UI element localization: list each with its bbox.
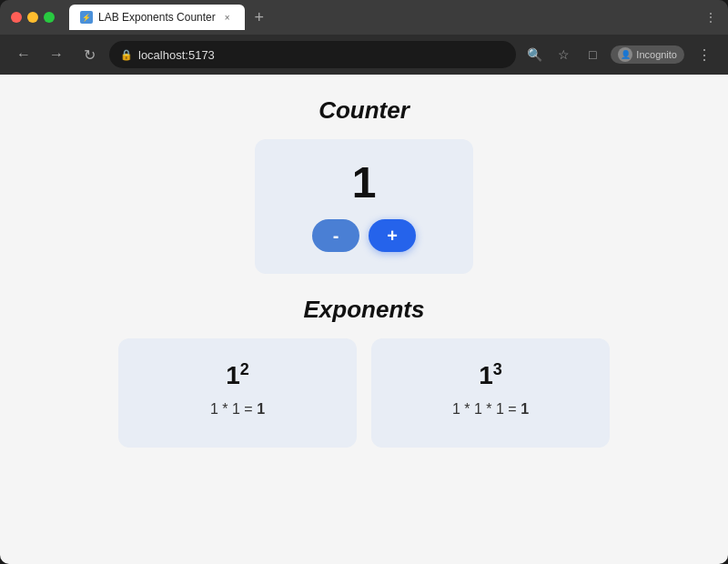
tab-title: LAB Exponents Counter [98,11,216,24]
increment-button[interactable]: + [369,219,416,252]
maximize-traffic-light[interactable] [44,12,55,23]
new-tab-button[interactable]: + [248,6,270,28]
forward-button[interactable]: → [44,42,69,67]
counter-card: 1 - + [255,139,473,274]
address-field[interactable]: 🔒 localhost:5173 [109,41,516,68]
counter-buttons: - + [312,219,416,252]
exponent-base-3: 1 [479,361,493,389]
search-icon[interactable]: 🔍 [523,44,545,65]
address-text: localhost:5173 [138,48,215,62]
lock-icon: 🔒 [120,49,133,61]
bookmark-icon[interactable]: ☆ [552,44,574,65]
reload-button[interactable]: ↻ [76,42,102,67]
exponent-expression-3: 13 [479,360,502,390]
traffic-lights [11,12,55,23]
close-traffic-light[interactable] [11,12,22,23]
tab-bar: ⚡ LAB Exponents Counter × + [69,5,697,30]
address-actions: 🔍 ☆ □ 👤 Incognito ⋮ [523,42,717,67]
active-tab[interactable]: ⚡ LAB Exponents Counter × [69,5,245,30]
incognito-icon: 👤 [618,47,632,62]
counter-title: Counter [318,96,410,125]
exponents-section: Exponents 12 1 * 1 = 1 13 1 * 1 * 1 = 1 [18,296,710,564]
counter-section: Counter 1 - + [18,96,710,274]
minimize-traffic-light[interactable] [27,12,38,23]
address-bar: ← → ↻ 🔒 localhost:5173 🔍 ☆ □ 👤 Incognito… [0,35,728,75]
exponent-power-3: 3 [493,360,502,378]
counter-value: 1 [352,161,377,205]
browser-window: ⚡ LAB Exponents Counter × + ⋮ ← → ↻ 🔒 lo… [0,0,728,564]
incognito-badge: 👤 Incognito [611,45,684,64]
exponent-base-2: 1 [226,361,240,389]
tab-favicon-icon: ⚡ [80,11,93,24]
exponent-power-2: 2 [240,360,249,378]
decrement-button[interactable]: - [312,219,359,252]
incognito-label: Incognito [636,49,677,60]
back-button[interactable]: ← [11,42,36,67]
exponents-title: Exponents [304,296,425,324]
tab-close-button[interactable]: × [221,11,234,24]
exponents-grid: 12 1 * 1 = 1 13 1 * 1 * 1 = 1 [118,338,610,564]
page-content: Counter 1 - + Exponents 12 1 * 1 = 1 [0,75,728,564]
exponent-card-3: 13 1 * 1 * 1 = 1 [371,338,610,448]
title-bar: ⚡ LAB Exponents Counter × + ⋮ [0,0,728,35]
window-chevron-icon[interactable]: ⋮ [704,10,717,25]
menu-button[interactable]: ⋮ [692,42,717,67]
exponent-card-2: 12 1 * 1 = 1 [118,338,357,448]
exponent-formula-3: 1 * 1 * 1 = 1 [452,401,529,418]
window-controls: ⋮ [704,10,717,25]
exponent-expression-2: 12 [226,360,249,390]
exponent-formula-2: 1 * 1 = 1 [210,401,265,418]
extension-icon[interactable]: □ [581,44,603,65]
